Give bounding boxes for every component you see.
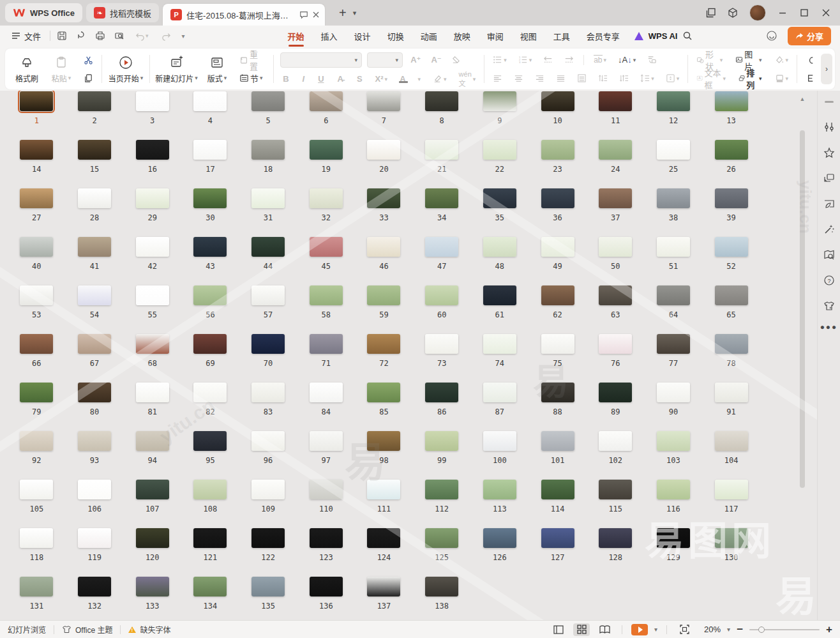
slide-thumbnail-67[interactable]: 67 [66, 334, 124, 383]
clear-format-button[interactable] [449, 53, 463, 67]
slide-thumbnail-87[interactable]: 87 [471, 383, 529, 431]
redo-button[interactable] [160, 29, 173, 43]
slide-thumbnail-6[interactable]: 6 [297, 91, 355, 140]
normal-view-button[interactable] [550, 623, 567, 636]
properties-sliders-icon[interactable] [818, 114, 840, 140]
slide-thumbnail-43[interactable]: 43 [181, 237, 239, 285]
slide-thumbnail-24[interactable]: 24 [587, 140, 645, 188]
increase-indent-button[interactable] [562, 53, 576, 67]
char-spacing-button[interactable]: A̵ [335, 74, 346, 84]
transition-slides-icon[interactable] [818, 165, 840, 191]
slide-thumbnail-89[interactable]: 89 [587, 383, 645, 431]
slide-thumbnail-82[interactable]: 82 [181, 383, 239, 431]
align-right-button[interactable] [533, 72, 546, 86]
slide-thumbnail-48[interactable]: 48 [471, 237, 529, 285]
slide-thumbnail-16[interactable]: 16 [123, 140, 181, 188]
design-leaf-icon[interactable] [818, 191, 840, 216]
new-tab-button[interactable]: + [335, 5, 350, 20]
slide-thumbnail-76[interactable]: 76 [587, 334, 645, 383]
status-cloud-icon[interactable] [766, 30, 777, 42]
slide-thumbnail-92[interactable]: 92 [8, 431, 66, 480]
slide-thumbnail-114[interactable]: 114 [529, 480, 587, 528]
slide-thumbnail-52[interactable]: 52 [702, 237, 760, 285]
play-options-chevron[interactable]: ▾ [654, 626, 657, 633]
slide-thumbnail-108[interactable]: 108 [181, 480, 239, 528]
slide-thumbnail-75[interactable]: 75 [529, 334, 587, 383]
slide-thumbnail-11[interactable]: 11 [587, 91, 645, 140]
slide-thumbnail-53[interactable]: 53 [8, 285, 66, 334]
convert-smartart-button[interactable] [645, 53, 659, 67]
missing-fonts-warning[interactable]: 缺失字体 [128, 624, 170, 635]
picture-button[interactable]: 图片▾ [733, 53, 763, 67]
slide-thumbnail-131[interactable]: 131 [8, 577, 66, 620]
tab-document-active[interactable]: P 住宅-2015.08-葛洲坝上海青浦 [163, 4, 325, 26]
slide-thumbnail-84[interactable]: 84 [297, 383, 355, 431]
increase-font-button[interactable]: A⁺ [408, 55, 423, 65]
slide-thumbnail-96[interactable]: 96 [239, 431, 297, 480]
slide-thumbnail-65[interactable]: 65 [702, 285, 760, 334]
panel-collapse-handle[interactable] [825, 101, 834, 103]
slide-thumbnail-72[interactable]: 72 [355, 334, 413, 383]
slide-thumbnail-4[interactable]: 4 [181, 91, 239, 140]
slide-thumbnail-15[interactable]: 15 [66, 140, 124, 188]
zoom-out-button[interactable]: − [737, 623, 743, 636]
tab-wps-home[interactable]: WPS Office [5, 3, 82, 22]
zoom-chevron[interactable]: ▾ [727, 626, 730, 633]
column-spacing-button[interactable] [596, 72, 610, 86]
zoom-slider-knob[interactable] [758, 627, 765, 633]
slide-thumbnail-58[interactable]: 58 [297, 285, 355, 334]
align-center-button[interactable] [512, 72, 525, 86]
slide-thumbnail-90[interactable]: 90 [645, 383, 703, 431]
slide-thumbnail-129[interactable]: 129 [645, 528, 703, 577]
slide-thumbnail-74[interactable]: 74 [471, 334, 529, 383]
slide-thumbnail-109[interactable]: 109 [239, 480, 297, 528]
slide-thumbnail-136[interactable]: 136 [297, 577, 355, 620]
slide-thumbnail-123[interactable]: 123 [297, 528, 355, 577]
zoom-level-value[interactable]: 20% [699, 625, 721, 634]
minimize-button[interactable] [777, 8, 788, 18]
slide-thumbnail-106[interactable]: 106 [66, 480, 124, 528]
slide-thumbnail-12[interactable]: 12 [645, 91, 703, 140]
slide-thumbnail-2[interactable]: 2 [66, 91, 124, 140]
user-avatar[interactable] [749, 4, 766, 21]
slide-thumbnail-51[interactable]: 51 [645, 237, 703, 285]
slide-thumbnail-8[interactable]: 8 [413, 91, 471, 140]
output-icon[interactable] [76, 31, 86, 41]
phonetic-guide-button[interactable]: wén文▾ [457, 72, 478, 86]
slide-thumbnail-111[interactable]: 111 [355, 480, 413, 528]
shapes-button[interactable]: 形状▾ [694, 53, 724, 67]
slide-thumbnail-27[interactable]: 27 [8, 188, 66, 237]
slide-thumbnail-10[interactable]: 10 [529, 91, 587, 140]
close-window-button[interactable] [821, 8, 831, 18]
slide-thumbnail-105[interactable]: 105 [8, 480, 66, 528]
slide-thumbnail-23[interactable]: 23 [529, 140, 587, 188]
menu-item-切换[interactable]: 切换 [380, 27, 411, 45]
slide-thumbnail-41[interactable]: 41 [66, 237, 124, 285]
row-spacing-button[interactable] [617, 72, 631, 86]
slide-thumbnail-107[interactable]: 107 [123, 480, 181, 528]
underline-button[interactable]: U [315, 74, 326, 84]
superscript-button[interactable]: X²▾ [373, 72, 390, 86]
slide-thumbnail-121[interactable]: 121 [181, 528, 239, 577]
slide-thumbnail-22[interactable]: 22 [471, 140, 529, 188]
fill-color-button[interactable]: ▾ [773, 53, 791, 67]
slide-thumbnail-104[interactable]: 104 [702, 431, 760, 480]
slide-thumbnail-42[interactable]: 42 [123, 237, 181, 285]
outline-color-button[interactable]: ▾ [773, 72, 791, 86]
slide-thumbnail-61[interactable]: 61 [471, 285, 529, 334]
slide-thumbnail-17[interactable]: 17 [181, 140, 239, 188]
print-preview-icon[interactable] [114, 31, 124, 41]
slide-thumbnail-69[interactable]: 69 [181, 334, 239, 383]
menu-item-会员专享[interactable]: 会员专享 [580, 27, 627, 45]
slide-thumbnail-55[interactable]: 55 [123, 285, 181, 334]
search-icon[interactable] [682, 31, 693, 41]
menu-item-视图[interactable]: 视图 [513, 27, 544, 45]
slide-thumbnail-56[interactable]: 56 [181, 285, 239, 334]
slide-thumbnail-26[interactable]: 26 [702, 140, 760, 188]
slide-thumbnail-1[interactable]: 1 [8, 91, 66, 140]
slide-thumbnail-130[interactable]: 130 [702, 528, 760, 577]
slide-thumbnail-132[interactable]: 132 [66, 577, 124, 620]
zoom-in-button[interactable]: + [826, 623, 832, 636]
slide-thumbnail-49[interactable]: 49 [529, 237, 587, 285]
strikethrough-button[interactable]: S [354, 74, 365, 84]
